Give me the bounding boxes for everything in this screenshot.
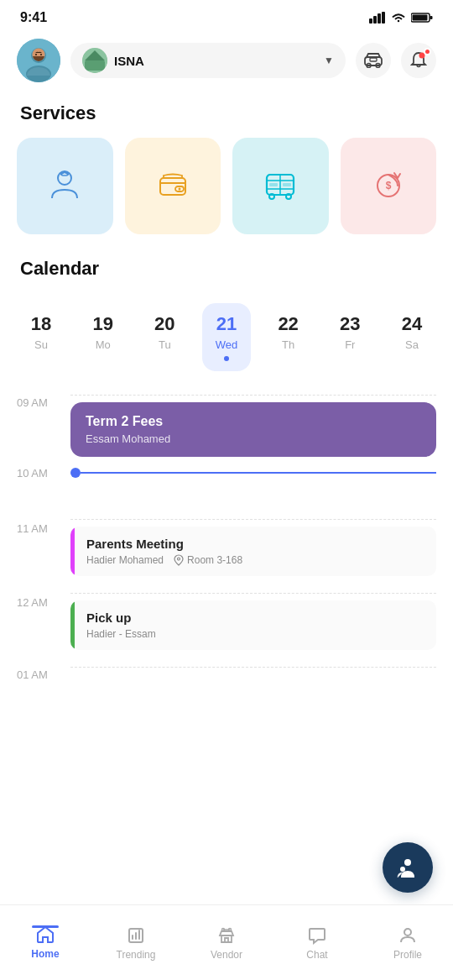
profile-icon: [398, 925, 418, 946]
svg-rect-2: [378, 13, 381, 24]
time-label-1am: 01 AM: [17, 667, 48, 681]
calendar-days: 18 Su 19 Mo 20 Tu 21 Wed 22: [17, 293, 436, 375]
location-icon: [174, 554, 184, 566]
svg-rect-15: [85, 60, 105, 71]
nav-chat-label: Chat: [306, 949, 327, 961]
svg-rect-33: [283, 183, 291, 186]
nav-profile[interactable]: Profile: [362, 915, 453, 971]
services-grid: $: [0, 138, 453, 251]
svg-rect-3: [382, 12, 385, 24]
svg-rect-20: [370, 58, 377, 61]
services-section: Services: [0, 96, 453, 251]
event-parents-meeting-content: Parents Meeting Hadier Mohamed Room 3-16…: [75, 527, 436, 576]
current-time-line: [81, 472, 436, 474]
timeslot-12am: 12 AM Pick up Hadier - Essam: [17, 593, 436, 660]
svg-point-13: [40, 54, 42, 55]
svg-point-12: [35, 54, 37, 55]
nav-trending[interactable]: Trending: [91, 915, 181, 971]
services-title: Services: [0, 96, 453, 138]
svg-point-22: [58, 171, 71, 185]
battery-icon: [411, 12, 433, 24]
timeslot-1am: 01 AM: [17, 667, 436, 682]
day-22[interactable]: 22 Th: [264, 303, 313, 371]
day-18[interactable]: 18 Su: [17, 303, 65, 371]
time-label-11am: 11 AM: [17, 521, 48, 535]
home-icon: [35, 925, 55, 945]
day-19[interactable]: 19 Mo: [79, 303, 128, 371]
svg-point-38: [400, 867, 405, 872]
service-refund[interactable]: $: [341, 138, 437, 234]
timeslot-10am: 10 AM: [17, 465, 436, 480]
nav-chat[interactable]: Chat: [272, 915, 362, 971]
svg-rect-0: [369, 18, 372, 24]
school-avatar: [82, 48, 107, 73]
car-button[interactable]: [356, 43, 391, 78]
nav-vendor-label: Vendor: [211, 949, 242, 961]
status-icons: [369, 12, 433, 24]
time-label-9am: 09 AM: [17, 395, 48, 409]
vendor-icon: [216, 925, 237, 946]
day-21[interactable]: 21 Wed: [202, 303, 251, 371]
school-name: ISNA: [114, 54, 317, 68]
service-student[interactable]: [17, 138, 113, 234]
signal-icon: [369, 12, 386, 24]
event-pickup-title: Pick up: [86, 611, 424, 625]
active-day-dot: [224, 356, 229, 361]
day-20[interactable]: 20 Tu: [140, 303, 189, 371]
calendar-title: Calendar: [0, 251, 453, 293]
nav-profile-label: Profile: [393, 949, 422, 961]
service-wallet[interactable]: [125, 138, 221, 234]
notification-dot: [424, 48, 431, 55]
user-avatar[interactable]: [17, 39, 60, 82]
time-label-10am: 10 AM: [17, 465, 48, 480]
event-term2fees[interactable]: Term 2 Fees Essam Mohamed: [70, 402, 436, 457]
svg-point-37: [404, 859, 411, 866]
timeline: 09 AM Term 2 Fees Essam Mohamed 10 AM 11…: [0, 375, 453, 699]
nav-vendor[interactable]: Vendor: [181, 915, 272, 971]
status-bar: 9:41: [0, 0, 453, 32]
bus-icon: [261, 166, 299, 205]
event-parents-meeting-person: Hadier Mohamed: [86, 554, 164, 566]
nav-trending-label: Trending: [117, 949, 156, 961]
fab-button[interactable]: [383, 842, 433, 893]
refund-icon: $: [369, 166, 408, 205]
trending-icon: [126, 925, 146, 946]
svg-rect-1: [373, 16, 377, 24]
notification-button[interactable]: [401, 43, 436, 78]
event-term2fees-title: Term 2 Fees: [86, 414, 421, 429]
event-pickup[interactable]: Pick up Hadier - Essam: [70, 600, 436, 650]
current-time-indicator: [70, 468, 81, 478]
event-pickup-content: Pick up Hadier - Essam: [75, 600, 436, 650]
family-icon: [394, 854, 421, 881]
service-bus[interactable]: [232, 138, 329, 234]
svg-rect-5: [413, 15, 428, 21]
location-detail: Room 3-168: [174, 554, 242, 566]
svg-point-26: [178, 188, 180, 191]
nav-home[interactable]: Home: [0, 915, 91, 970]
event-parents-meeting[interactable]: Parents Meeting Hadier Mohamed Room 3-16…: [70, 527, 436, 576]
day-24[interactable]: 24 Sa: [388, 303, 436, 371]
wifi-icon: [391, 12, 406, 24]
event-parents-meeting-meta: Hadier Mohamed Room 3-168: [86, 554, 424, 566]
header: ISNA ▼: [0, 32, 453, 96]
event-parents-meeting-title: Parents Meeting: [86, 537, 424, 551]
student-icon: [45, 166, 84, 205]
bottom-nav: Home Trending Vendor Chat: [0, 904, 453, 980]
chat-icon: [307, 925, 327, 946]
svg-point-29: [269, 194, 274, 199]
event-pickup-person: Hadier - Essam: [86, 628, 156, 640]
status-time: 9:41: [20, 10, 47, 25]
time-label-12am: 12 AM: [17, 595, 48, 609]
svg-rect-32: [269, 183, 278, 186]
svg-text:$: $: [385, 180, 391, 191]
svg-point-36: [178, 558, 180, 560]
svg-point-46: [404, 929, 411, 935]
day-23[interactable]: 23 Fr: [325, 303, 374, 371]
timeslot-9am: 09 AM Term 2 Fees Essam Mohamed: [17, 395, 436, 462]
nav-home-label: Home: [31, 948, 59, 960]
calendar-section: Calendar 18 Su 19 Mo 20 Tu 21 Wed: [0, 251, 453, 375]
event-term2fees-person: Essam Mohamed: [86, 432, 421, 445]
school-selector[interactable]: ISNA ▼: [70, 43, 346, 78]
event-pickup-meta: Hadier - Essam: [86, 628, 424, 640]
car-icon: [364, 53, 383, 68]
